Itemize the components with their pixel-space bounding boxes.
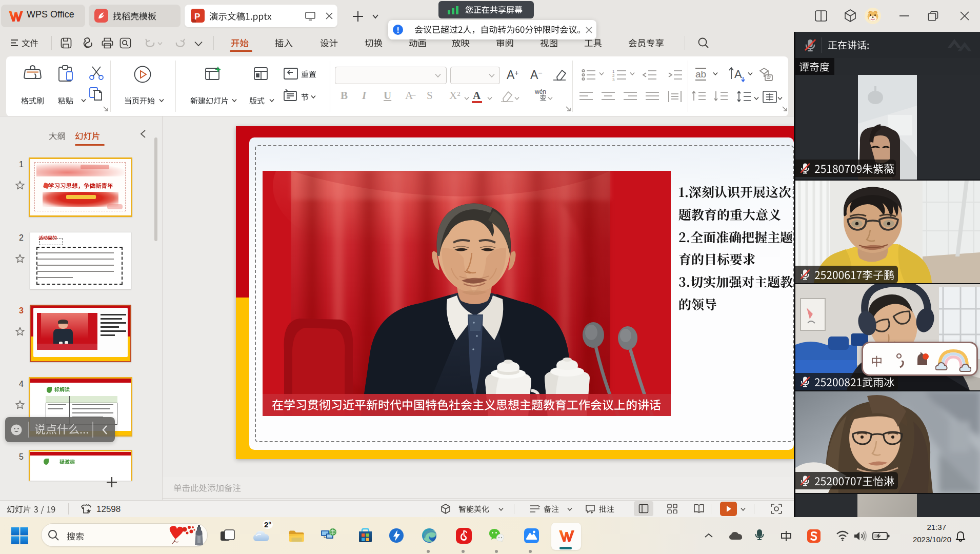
svg-text:P: P xyxy=(194,12,200,22)
svg-text:A: A xyxy=(734,68,742,81)
svg-text:3: 3 xyxy=(612,77,615,81)
